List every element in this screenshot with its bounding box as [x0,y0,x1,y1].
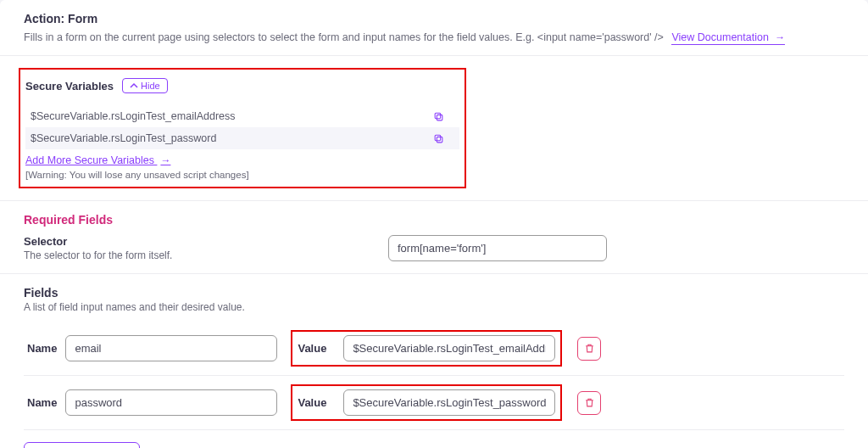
svg-rect-2 [437,137,442,143]
selector-label: Selector [24,235,354,248]
copy-icon[interactable] [433,133,444,144]
field-row: Name Value [24,322,844,376]
field-value-callout: Value [291,330,562,367]
required-fields-heading: Required Fields [24,213,844,227]
field-value-callout: Value [291,384,562,421]
secure-variable-name: $SecureVariable.rsLoginTest_emailAddress [31,110,236,122]
arrow-right-icon: → [160,154,170,166]
secure-variable-row: $SecureVariable.rsLoginTest_password [25,127,459,149]
secure-variables-label: Secure Variables [25,80,114,92]
secure-variable-row: $SecureVariable.rsLoginTest_emailAddress [25,105,459,127]
delete-field-button[interactable] [577,391,601,415]
arrow-right-icon: → [775,31,785,43]
fields-heading: Fields [24,286,844,300]
svg-rect-3 [435,135,441,141]
field-name-input[interactable] [65,389,277,416]
name-label: Name [27,396,57,409]
selector-input[interactable] [388,235,607,261]
fields-description: A list of field input names and their de… [24,301,844,313]
secure-variable-name: $SecureVariable.rsLoginTest_password [31,132,216,144]
action-title: Action: Form [24,12,844,25]
secure-variables-callout: Secure Variables Hide $SecureVariable.rs… [19,68,466,188]
svg-rect-1 [435,113,441,119]
field-value-input[interactable] [343,335,555,361]
value-label: Value [298,342,326,355]
action-description: Fills in a form on the current page usin… [24,31,664,43]
field-name-input[interactable] [65,335,277,361]
chevron-up-icon [130,81,138,90]
hide-button[interactable]: Hide [122,78,168,93]
name-label: Name [27,342,57,355]
view-documentation-link[interactable]: View Documentation → [671,31,785,45]
add-another-field-button[interactable]: + Add Another Field [24,442,140,448]
field-row: Name Value [24,376,844,430]
delete-field-button[interactable] [577,337,601,361]
secure-variables-warning: [Warning: You will lose any unsaved scri… [25,170,459,180]
trash-icon [584,397,595,408]
value-label: Value [298,396,326,409]
svg-rect-0 [437,115,442,120]
add-more-secure-variables-link[interactable]: Add More Secure Variables → [25,153,170,168]
selector-description: The selector to for the form itself. [24,249,354,261]
copy-icon[interactable] [433,111,444,122]
view-documentation-label: View Documentation [671,31,768,43]
trash-icon [584,343,595,354]
field-value-input[interactable] [343,389,555,416]
